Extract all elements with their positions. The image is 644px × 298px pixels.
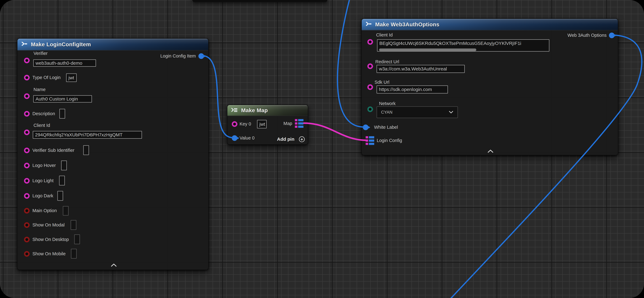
show-on-desktop-checkbox[interactable]: [74, 234, 80, 244]
pin-label-logo-dark: Logo Dark: [32, 193, 53, 198]
client-id-field[interactable]: BEglQSgt4cUWcj6SKRdu5QkOXTsePmMcusG5EAoy…: [377, 39, 550, 52]
verifier-field[interactable]: web3auth-auth0-demo: [33, 60, 96, 67]
input-pin-show-on-desktop[interactable]: [24, 237, 30, 242]
main-option-checkbox[interactable]: [63, 206, 68, 216]
pin-label-show-on-modal: Show On Modal: [32, 222, 64, 228]
pin-label-value-0: Value 0: [240, 135, 254, 140]
input-pin-main-option[interactable]: [24, 208, 30, 214]
pin-label-key-0: Key 0: [240, 121, 251, 126]
type-of-login-field[interactable]: jwt: [66, 74, 77, 82]
pin-label-white-label: White Label: [374, 124, 398, 130]
output-pin-web3auth-options[interactable]: [609, 32, 614, 38]
pin-label-web3auth-options: Web 3Auth Options: [568, 32, 606, 38]
description-field[interactable]: [60, 109, 65, 118]
input-pin-network[interactable]: [367, 106, 373, 112]
input-pin-logo-light[interactable]: [24, 178, 30, 184]
input-pin-white-label[interactable]: [363, 124, 368, 130]
node-make-loginconfigitem[interactable]: Make LoginConfigItem Login Config Item V…: [17, 38, 208, 270]
pin-label-show-on-desktop: Show On Desktop: [32, 237, 69, 242]
pin-label-login-config: Login Config: [377, 138, 402, 143]
show-on-modal-checkbox[interactable]: [70, 220, 76, 230]
node-make-web3authoptions[interactable]: Make Web3AuthOptions Web 3Auth Options C…: [362, 18, 618, 155]
show-on-mobile-checkbox[interactable]: [71, 249, 77, 258]
node-title: Make LoginConfigItem: [31, 41, 91, 48]
make-container-icon: [231, 107, 238, 114]
blueprint-graph-canvas[interactable]: Make LoginConfigItem Login Config Item V…: [0, 0, 644, 298]
input-pin-key-0[interactable]: [232, 121, 237, 127]
logo-light-field[interactable]: [59, 176, 65, 186]
verifier-sub-identifier-field[interactable]: [83, 145, 89, 155]
pin-label-description: Description: [32, 111, 55, 116]
input-pin-sdk-url[interactable]: [367, 84, 373, 90]
pin-label-main-option: Main Option: [32, 208, 57, 213]
network-dropdown-value: CYAN: [381, 110, 448, 115]
node-header-make-web3authoptions[interactable]: Make Web3AuthOptions: [362, 19, 618, 30]
add-pin-button[interactable]: Add pin: [277, 136, 294, 142]
input-pin-show-on-modal[interactable]: [24, 222, 30, 228]
input-pin-value-0[interactable]: [232, 135, 237, 141]
offscreen-node-edge: [192, 0, 327, 2]
wire-offscreen-to-white-label[interactable]: [338, 0, 364, 127]
pin-label-logo-light: Logo Light: [32, 178, 54, 183]
pin-label-verifier-sub-identifier: Verifier Sub Identifier: [32, 148, 74, 153]
node-header-make-map[interactable]: Make Map: [228, 105, 308, 116]
pin-label-logo-hover: Logo Hover: [32, 163, 56, 168]
wire-makemap-to-login-config[interactable]: [304, 123, 366, 140]
logo-dark-field[interactable]: [57, 191, 63, 201]
input-pin-name[interactable]: [24, 93, 30, 99]
pin-label-name: Name: [34, 87, 46, 92]
pin-label-type-of-login: Type Of Login: [32, 75, 61, 80]
redirect-url-field[interactable]: w3a://com.w3a.Web3AuthUnreal: [376, 65, 465, 73]
name-field[interactable]: Auth0 Custom Login: [33, 95, 92, 102]
pin-label-map: Map: [284, 121, 292, 126]
pin-label-sdk-url: Sdk Url: [374, 80, 389, 85]
collapse-node-button[interactable]: [487, 149, 494, 154]
pin-label-network: Network: [379, 101, 396, 106]
client-id-field[interactable]: 294QRkchfq2YaXUbPri7D6PH7xzHgQMT: [33, 131, 142, 139]
pin-label-client-id: Client Id: [34, 123, 50, 128]
add-pin-icon[interactable]: +: [299, 136, 305, 142]
make-struct-icon: [21, 41, 28, 48]
sdk-url-field[interactable]: https://sdk.openlogin.com: [376, 86, 448, 94]
input-pin-description[interactable]: [24, 111, 30, 116]
pin-label-login-config-item: Login Config Item: [160, 53, 196, 58]
pin-label-verifier: Verifier: [34, 51, 48, 56]
network-dropdown[interactable]: CYAN: [376, 106, 458, 118]
input-pin-redirect-url[interactable]: [367, 64, 373, 69]
node-title: Make Web3AuthOptions: [375, 21, 439, 28]
input-pin-logo-dark[interactable]: [24, 193, 30, 199]
input-pin-client-id[interactable]: [24, 130, 30, 135]
key-0-field[interactable]: jwt: [257, 120, 267, 128]
input-pin-type-of-login[interactable]: [24, 75, 30, 80]
collapse-node-button[interactable]: [110, 263, 117, 268]
input-pin-verifier-sub-identifier[interactable]: [24, 148, 30, 153]
input-pin-logo-hover[interactable]: [24, 163, 30, 168]
output-pin-map[interactable]: [295, 119, 304, 128]
input-pin-show-on-mobile[interactable]: [24, 251, 30, 257]
pin-label-client-id: Client Id: [376, 32, 392, 38]
pin-label-show-on-mobile: Show On Mobile: [32, 251, 66, 256]
output-pin-login-config-item[interactable]: [198, 53, 204, 59]
node-make-map[interactable]: Make Map Key 0 jwt Map Value 0 Add pin +: [227, 105, 308, 145]
input-pin-login-config[interactable]: [366, 136, 374, 145]
pin-label-redirect-url: Redirect Url: [375, 59, 399, 64]
node-header-make-loginconfigitem[interactable]: Make LoginConfigItem: [18, 39, 208, 50]
input-pin-verifier[interactable]: [24, 58, 30, 63]
make-struct-icon: [365, 21, 372, 28]
client-id-text: BEglQSgt4cUWcj6SKRdu5QkOXTsePmMcusG5EAoy…: [379, 41, 521, 46]
client-id-scrollbar[interactable]: [379, 48, 476, 51]
input-pin-client-id[interactable]: [367, 39, 373, 45]
chevron-down-icon: [448, 110, 454, 114]
logo-hover-field[interactable]: [61, 160, 67, 170]
node-title: Make Map: [241, 107, 268, 114]
